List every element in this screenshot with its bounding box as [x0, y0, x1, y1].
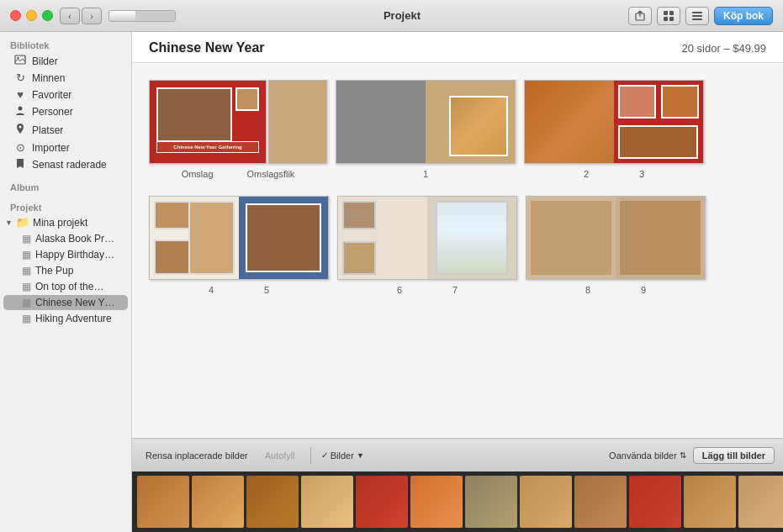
film-thumb-1[interactable]	[137, 476, 189, 528]
progress-fill	[109, 11, 135, 21]
project-item-alaska[interactable]: ▦ Alaska Book Pr…	[3, 231, 128, 246]
project-item-chinese[interactable]: ▦ Chinese New Y…	[3, 295, 128, 310]
film-thumb-7[interactable]	[465, 476, 517, 528]
sidebar-item-platser[interactable]: Platser	[3, 121, 128, 139]
unused-label: Oanvända bilder	[609, 450, 677, 461]
page1-spread[interactable]	[336, 80, 516, 164]
projekt-section-label: Projekt	[0, 199, 131, 214]
sidebar-item-importer[interactable]: ⊙ Importer	[3, 140, 128, 155]
page8-label: 8	[585, 285, 590, 295]
film-thumb-2[interactable]	[192, 476, 244, 528]
titlebar-left: ‹ ›	[10, 8, 176, 24]
buy-book-button[interactable]: Köp bok	[714, 7, 773, 25]
autofill-button[interactable]: Autofyll	[260, 448, 300, 463]
svg-rect-3	[664, 17, 668, 21]
film-thumb-12[interactable]	[738, 476, 783, 528]
clear-button[interactable]: Rensa inplacerade bilder	[140, 448, 253, 463]
svg-point-9	[17, 57, 19, 59]
svg-rect-7	[692, 18, 702, 20]
svg-point-11	[19, 126, 22, 129]
project-item-hiking[interactable]: ▦ Hiking Adventure	[3, 311, 128, 326]
dropdown-chevron-icon: ✓	[321, 450, 328, 460]
platser-icon	[13, 123, 27, 137]
forward-button[interactable]: ›	[82, 8, 102, 24]
ontop-label: On top of the…	[35, 281, 103, 292]
cover-spread[interactable]: Chinese New Year Gathering	[149, 80, 327, 164]
list-view-icon[interactable]	[685, 7, 709, 25]
chevron-down-icon: ▼	[357, 451, 364, 460]
birthday-label: Happy Birthday…	[35, 249, 114, 261]
pup-label: The Pup	[35, 265, 73, 277]
book-icon-birthday: ▦	[22, 249, 31, 261]
film-thumb-11[interactable]	[684, 476, 736, 528]
unused-button[interactable]: Oanvända bilder ⇅	[609, 450, 686, 461]
sidebar-item-minnen[interactable]: ↻ Minnen	[3, 70, 128, 86]
page67-spread[interactable]	[337, 196, 517, 280]
page2-label: 2	[584, 169, 589, 179]
project-item-ontop[interactable]: ▦ On top of the…	[3, 279, 128, 294]
project-item-birthday[interactable]: ▦ Happy Birthday…	[3, 247, 128, 262]
close-button[interactable]	[10, 10, 21, 21]
film-thumb-4[interactable]	[301, 476, 353, 528]
page3-label: 3	[639, 169, 644, 179]
personer-label: Personer	[32, 106, 73, 118]
senast-label: Senast raderade	[32, 159, 107, 171]
toolbar-divider1	[310, 447, 311, 464]
page89-container: 8 9	[526, 196, 706, 295]
pages-area[interactable]: Chinese New Year Gathering Omslag Omslag…	[132, 63, 783, 438]
film-thumb-9[interactable]	[574, 476, 627, 528]
folder-icon: 📁	[16, 216, 29, 229]
add-photos-button[interactable]: Lägg till bilder	[693, 447, 775, 464]
folder-triangle-icon: ▼	[5, 219, 13, 227]
project-title: Chinese New Year	[149, 40, 265, 55]
sidebar-item-favoriter[interactable]: ♥ Favoriter	[3, 87, 128, 103]
page67-labels: 6 7	[397, 285, 458, 295]
page67-container: 6 7	[337, 196, 517, 295]
film-thumb-10[interactable]	[629, 476, 681, 528]
project-item-pup[interactable]: ▦ The Pup	[3, 263, 128, 278]
svg-rect-4	[669, 17, 674, 21]
library-section-label: Bibliotek	[0, 37, 131, 52]
film-thumb-5[interactable]	[356, 476, 408, 528]
page7-label: 7	[452, 285, 458, 295]
grid-view-icon[interactable]	[657, 7, 680, 25]
minnen-label: Minnen	[32, 72, 65, 84]
mina-projekt-folder[interactable]: ▼ 📁 Mina projekt	[0, 214, 131, 230]
page5-label: 5	[264, 285, 269, 295]
page6-label: 6	[397, 285, 402, 295]
bilder-dropdown[interactable]: ✓ Bilder ▼	[321, 450, 364, 461]
page23-spread[interactable]	[524, 80, 704, 164]
page45-spread[interactable]	[149, 196, 329, 280]
filmstrip[interactable]	[132, 471, 783, 532]
svg-point-10	[19, 107, 23, 111]
favoriter-label: Favoriter	[32, 89, 71, 101]
page89-spread[interactable]	[526, 196, 706, 280]
share-icon[interactable]	[628, 7, 652, 25]
minimize-button[interactable]	[26, 10, 37, 21]
hiking-label: Hiking Adventure	[35, 313, 112, 324]
film-thumb-6[interactable]	[410, 476, 463, 528]
film-thumb-8[interactable]	[520, 476, 572, 528]
cover-page[interactable]: Chinese New Year Gathering	[149, 80, 267, 164]
sidebar-item-personer[interactable]: Personer	[3, 103, 128, 120]
main-content: Chinese New Year 20 sidor – $49.99	[132, 32, 783, 532]
book-icon-alaska: ▦	[22, 233, 31, 245]
maximize-button[interactable]	[42, 10, 53, 21]
bilder-icon	[13, 55, 27, 67]
senast-icon	[13, 158, 27, 171]
page45-labels: 4 5	[209, 285, 269, 295]
album-section-label: Album	[0, 179, 131, 194]
book-icon-chinese: ▦	[22, 297, 31, 308]
importer-label: Importer	[32, 142, 70, 154]
sidebar-item-bilder[interactable]: Bilder	[3, 53, 128, 69]
sidebar-item-senast[interactable]: Senast raderade	[3, 156, 128, 173]
coverflap-page[interactable]	[268, 80, 327, 164]
film-thumb-3[interactable]	[246, 476, 299, 528]
sort-icon: ⇅	[680, 450, 686, 460]
titlebar: ‹ › Projekt	[0, 0, 783, 32]
platser-label: Platser	[32, 124, 63, 136]
importer-icon: ⊙	[13, 141, 27, 154]
back-button[interactable]: ‹	[60, 8, 80, 24]
page4-label: 4	[209, 285, 214, 295]
book-icon-hiking: ▦	[22, 313, 31, 324]
